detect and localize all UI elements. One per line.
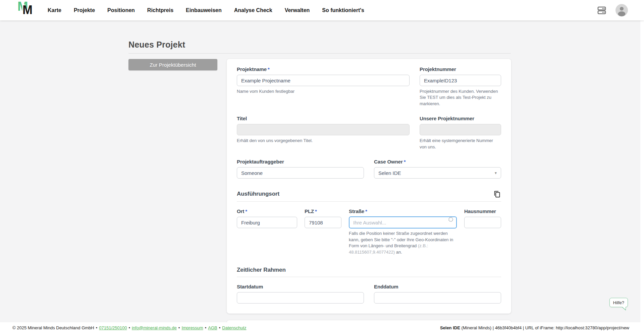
- footer-impressum-link[interactable]: Impressum: [181, 325, 203, 330]
- hilfe-button[interactable]: Hilfe?: [609, 298, 628, 307]
- nav-item-so-funktionierts[interactable]: So funktioniert's: [322, 7, 364, 13]
- projektname-input[interactable]: [237, 75, 410, 86]
- field-case-owner: Case Owner* Selen IDE ▼: [374, 159, 501, 179]
- main-nav: Karte Projekte Positionen Richtpreis Ein…: [48, 7, 364, 13]
- plz-label: PLZ: [305, 208, 314, 214]
- titel-label: Titel: [237, 116, 410, 121]
- unsere-projektnummer-label: Unsere Projektnummer: [420, 116, 501, 121]
- strasse-input[interactable]: [349, 216, 457, 228]
- top-navigation-bar: M M Karte Projekte Positionen Richtpreis…: [0, 0, 644, 20]
- nav-item-einbauweisen[interactable]: Einbauweisen: [186, 7, 222, 13]
- copy-icon[interactable]: [493, 190, 501, 198]
- ort-input[interactable]: [237, 217, 297, 228]
- field-projektauftraggeber: Projektauftraggeber: [237, 159, 364, 179]
- server-storage-icon[interactable]: [596, 5, 607, 16]
- mineral-minds-logo[interactable]: M M: [17, 2, 36, 19]
- projektauftraggeber-label: Projektauftraggeber: [237, 159, 364, 164]
- footer-email-link[interactable]: info@mineral-minds.de: [132, 325, 177, 330]
- footer-user-name: Selen IDE: [440, 325, 460, 330]
- section-zeitlicher-rahmen: Zeitlicher Rahmen: [237, 267, 501, 277]
- scrollbar-track[interactable]: [640, 0, 644, 333]
- unsere-projektnummer-input: [420, 124, 501, 135]
- strasse-helper: Falls die Position keiner Straße zugeord…: [349, 230, 457, 255]
- projektauftraggeber-input[interactable]: [237, 167, 364, 179]
- logo-m-black: M: [22, 3, 33, 17]
- projektname-label: Projektname: [237, 66, 267, 72]
- footer-datenschutz-link[interactable]: Datenschutz: [222, 325, 246, 330]
- titel-input: [237, 124, 410, 135]
- case-owner-selected-value: Selen IDE: [378, 170, 401, 176]
- unsere-projektnummer-helper: Erhält eine systemgenerierte Nummer von …: [420, 138, 501, 150]
- field-projektnummer: Projektnummer Projektnummer des Kunden. …: [420, 66, 501, 107]
- page-content: Neues Projekt Zur Projektübersicht Proje…: [128, 0, 511, 333]
- footer-phone-link[interactable]: 07151/250100: [99, 325, 127, 330]
- field-titel: Titel Erhält den von uns vorgegebenen Ti…: [237, 116, 410, 150]
- nav-item-richtpreis[interactable]: Richtpreis: [147, 7, 173, 13]
- field-unsere-projektnummer: Unsere Projektnummer Erhält eine systemg…: [420, 116, 501, 150]
- footer: © 2025 Mineral Minds Deutschland GmbH • …: [0, 322, 644, 333]
- field-startdatum: Startdatum: [237, 284, 364, 304]
- hausnummer-label: Hausnummer: [464, 208, 501, 214]
- projektnummer-label: Projektnummer: [420, 66, 501, 72]
- field-strasse: Straße* Falls die Position keiner Straße…: [349, 208, 457, 255]
- case-owner-select[interactable]: Selen IDE ▼: [374, 167, 501, 179]
- nav-item-analyse-check[interactable]: Analyse Check: [234, 7, 272, 13]
- ort-label: Ort: [237, 208, 244, 214]
- required-asterisk: *: [365, 208, 367, 214]
- nav-item-projekte[interactable]: Projekte: [74, 7, 95, 13]
- hausnummer-input[interactable]: [464, 217, 501, 228]
- title-divider: [128, 53, 511, 54]
- nav-item-karte[interactable]: Karte: [48, 7, 61, 13]
- zur-projektuebersicht-button[interactable]: Zur Projektübersicht: [128, 59, 217, 70]
- field-enddatum: Enddatum: [374, 284, 501, 304]
- field-hausnummer: Hausnummer: [464, 208, 501, 255]
- projektnummer-input[interactable]: [420, 75, 501, 86]
- footer-left: © 2025 Mineral Minds Deutschland GmbH • …: [12, 325, 247, 330]
- projektname-helper: Name vom Kunden festlegbar: [237, 88, 410, 94]
- startdatum-input[interactable]: [237, 292, 364, 304]
- required-asterisk: *: [404, 159, 406, 164]
- ausfuehrungsort-heading: Ausführungsort: [237, 191, 279, 197]
- header-actions: [596, 4, 628, 16]
- enddatum-input[interactable]: [374, 292, 501, 304]
- user-avatar-icon[interactable]: [615, 4, 628, 16]
- new-project-form-card: Projektname* Name vom Kunden festlegbar …: [227, 59, 511, 314]
- field-ort: Ort*: [237, 208, 297, 255]
- titel-helper: Erhält den von uns vorgegebenen Titel.: [237, 138, 410, 144]
- field-projektname: Projektname* Name vom Kunden festlegbar: [237, 66, 410, 107]
- projektnummer-helper: Projektnummer des Kunden. Verwenden Sie …: [420, 88, 501, 107]
- zeitlicher-rahmen-heading: Zeitlicher Rahmen: [237, 267, 286, 273]
- required-asterisk: *: [268, 66, 270, 72]
- enddatum-label: Enddatum: [374, 284, 501, 289]
- left-action-column: Zur Projektübersicht: [128, 59, 217, 333]
- case-owner-label: Case Owner: [374, 159, 403, 164]
- field-plz: PLZ*: [305, 208, 341, 255]
- chevron-down-icon: ▼: [494, 171, 497, 175]
- startdatum-label: Startdatum: [237, 284, 364, 289]
- required-asterisk: *: [315, 208, 317, 214]
- footer-session-info: Selen IDE (Mineral Minds) | 46b3f40b4bf4…: [440, 325, 629, 330]
- strasse-label: Straße: [349, 208, 364, 214]
- form-column: Projektname* Name vom Kunden festlegbar …: [227, 59, 511, 333]
- nav-item-positionen[interactable]: Positionen: [107, 7, 135, 13]
- page-title: Neues Projekt: [128, 40, 511, 50]
- footer-copyright: © 2025 Mineral Minds Deutschland GmbH: [12, 325, 94, 330]
- required-asterisk: *: [245, 208, 247, 214]
- plz-input[interactable]: [305, 217, 341, 228]
- footer-agb-link[interactable]: AGB: [208, 325, 217, 330]
- nav-item-verwalten[interactable]: Verwalten: [285, 7, 310, 13]
- section-ausfuehrungsort: Ausführungsort: [237, 190, 501, 202]
